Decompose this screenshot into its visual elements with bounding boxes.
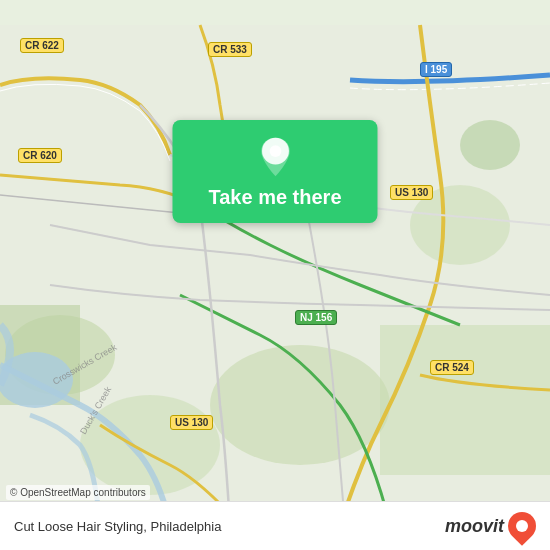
svg-rect-6 <box>380 325 550 475</box>
road-badge-nj156: NJ 156 <box>295 310 337 325</box>
road-badge-cr533: CR 533 <box>208 42 252 57</box>
location-pin-icon <box>254 136 296 178</box>
map-container: Crosswicks Creek Duck's Creek CR 622 CR … <box>0 0 550 550</box>
location-label: Cut Loose Hair Styling, Philadelphia <box>14 519 221 534</box>
road-badge-i195: I 195 <box>420 62 452 77</box>
road-badge-us130a: US 130 <box>390 185 433 200</box>
road-badge-cr620: CR 620 <box>18 148 62 163</box>
moovit-logo: moovit <box>445 512 536 540</box>
svg-point-12 <box>269 145 281 157</box>
moovit-icon <box>502 506 542 546</box>
bottom-bar: Cut Loose Hair Styling, Philadelphia moo… <box>0 501 550 550</box>
road-badge-cr622: CR 622 <box>20 38 64 53</box>
moovit-logo-text: moovit <box>445 516 504 537</box>
take-me-there-button[interactable]: Take me there <box>172 120 377 223</box>
cta-label: Take me there <box>208 186 341 209</box>
cta-button-container: Take me there <box>172 120 377 223</box>
svg-point-5 <box>460 120 520 170</box>
road-badge-cr524: CR 524 <box>430 360 474 375</box>
road-badge-us130b: US 130 <box>170 415 213 430</box>
copyright-notice: © OpenStreetMap contributors <box>6 485 150 500</box>
